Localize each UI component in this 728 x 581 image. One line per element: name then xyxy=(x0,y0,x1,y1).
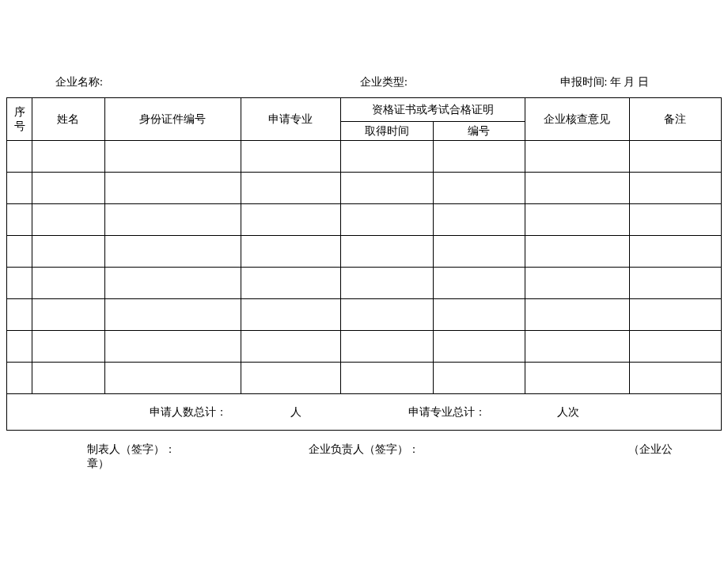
summary-row: 申请人数总计： 人 申请专业总计： 人次 xyxy=(7,394,722,431)
col-header-obtain-time: 取得时间 xyxy=(341,122,433,141)
table-row xyxy=(7,268,722,299)
col-header-name: 姓名 xyxy=(32,98,104,141)
manager-label: 企业负责人（签字）： xyxy=(309,442,628,471)
total-people-label: 申请人数总计： xyxy=(150,405,227,420)
report-time-label: 申报时间: 年 月 日 xyxy=(472,75,673,89)
table-row xyxy=(7,299,722,331)
application-table: 序号 姓名 身份证件编号 申请专业 资格证书或考试合格证明 企业核查意见 备注 … xyxy=(6,97,722,431)
col-header-seq: 序号 xyxy=(7,98,32,141)
table-row xyxy=(7,141,722,173)
col-header-id: 身份证件编号 xyxy=(104,98,241,141)
people-unit: 人 xyxy=(290,405,301,420)
table-row xyxy=(7,204,722,236)
total-major-label: 申请专业总计： xyxy=(408,405,486,420)
table-header-row: 序号 姓名 身份证件编号 申请专业 资格证书或考试合格证明 企业核查意见 备注 xyxy=(7,98,722,122)
company-type-label: 企业类型: xyxy=(232,75,472,89)
major-unit: 人次 xyxy=(557,405,579,420)
table-row xyxy=(7,331,722,363)
header-info-row: 企业名称: 企业类型: 申报时间: 年 月 日 xyxy=(0,0,728,97)
table-row xyxy=(7,363,722,394)
col-header-cert-group: 资格证书或考试合格证明 xyxy=(341,98,525,122)
footer-signature-row: 制表人（签字）： 章） 企业负责人（签字）： （企业公 xyxy=(0,431,728,479)
seal-label: （企业公 xyxy=(628,442,673,471)
preparer-label: 制表人（签字）： 章） xyxy=(87,442,182,471)
col-header-review: 企业核查意见 xyxy=(525,98,629,141)
table-row xyxy=(7,236,722,268)
col-header-cert-number: 编号 xyxy=(433,122,525,141)
table-row xyxy=(7,173,722,204)
col-header-major: 申请专业 xyxy=(241,98,341,141)
col-header-notes: 备注 xyxy=(629,98,721,141)
company-name-label: 企业名称: xyxy=(55,75,232,89)
